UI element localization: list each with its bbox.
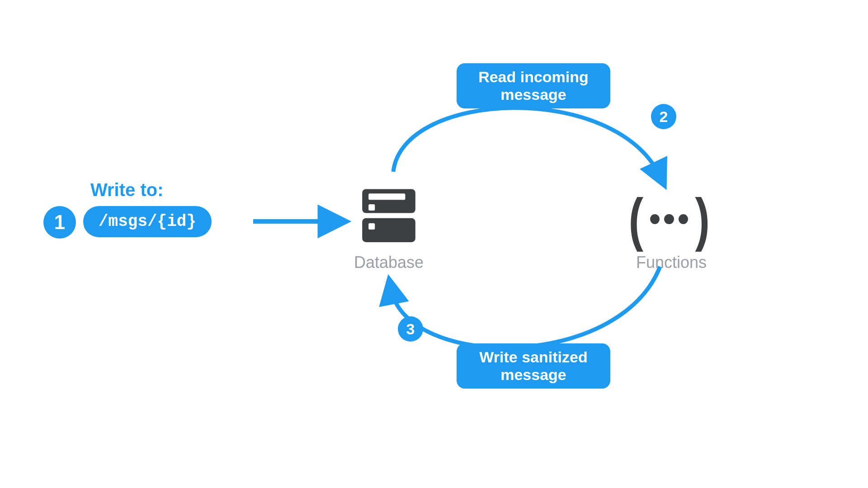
step-badge-2: 2 xyxy=(651,104,676,129)
database-label: Database xyxy=(348,253,429,272)
write-to-label: Write to: xyxy=(90,180,163,200)
svg-rect-2 xyxy=(368,204,375,211)
svg-rect-4 xyxy=(368,223,375,230)
functions-icon: ( ) xyxy=(626,190,712,249)
bracket-right-icon: ) xyxy=(695,190,709,249)
write-path-pill: /msgs/{id} xyxy=(83,206,212,237)
dot-icon xyxy=(650,214,660,224)
flow-arrows xyxy=(0,0,868,488)
diagram-stage: Write to: 1 /msgs/{id} Database ( ) Func… xyxy=(0,0,868,488)
svg-rect-3 xyxy=(362,218,415,242)
functions-label: Functions xyxy=(619,253,723,272)
flow-label-read: Read incoming message xyxy=(457,63,610,108)
flow-label-write: Write sanitized message xyxy=(457,343,610,389)
arc-db-to-fn xyxy=(393,108,660,176)
database-icon xyxy=(357,185,420,249)
dot-icon xyxy=(679,214,688,224)
step-badge-3: 3 xyxy=(398,316,423,342)
svg-rect-1 xyxy=(368,193,405,200)
step-badge-1: 1 xyxy=(43,206,76,239)
arc-fn-to-db xyxy=(391,267,660,347)
dot-icon xyxy=(664,214,674,224)
bracket-left-icon: ( xyxy=(628,190,643,249)
